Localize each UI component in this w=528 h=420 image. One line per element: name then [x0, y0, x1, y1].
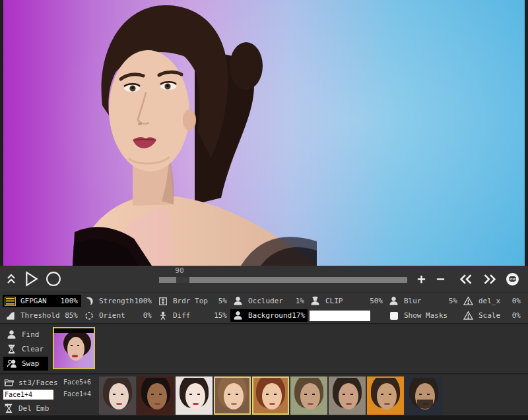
toolbar-item-value: 100% — [135, 297, 152, 305]
diff-figure-icon — [157, 311, 168, 320]
toolbar-item-del-x[interactable]: del_x 0% — [461, 295, 524, 307]
toolbar-item-label: GFPGAN — [20, 297, 61, 305]
swap-button[interactable]: Swap — [3, 357, 48, 371]
plus-icon[interactable] — [416, 274, 426, 284]
toolbar-item-show-masks[interactable]: Show Masks — [386, 309, 461, 322]
swap-button-label: Swap — [22, 359, 40, 368]
play-icon[interactable] — [24, 271, 39, 287]
toolbar-item-value: 5% — [449, 297, 457, 305]
warning-triangle-icon — [463, 311, 474, 320]
toolbar-item-label: Blur — [404, 297, 449, 305]
find-button-label: Find — [22, 330, 40, 339]
two-people-icon — [6, 359, 17, 369]
face-thumbnail[interactable] — [405, 376, 442, 415]
person-beret-icon — [310, 296, 321, 306]
toolbar-item-value: 1% — [296, 297, 304, 305]
delete-embedding-button[interactable]: Del Emb — [3, 402, 64, 414]
face-thumbnail[interactable] — [176, 376, 213, 415]
thumb-letterbox — [54, 328, 94, 333]
delete-embedding-label: Del Emb — [18, 404, 49, 413]
toolbar-item-label: Brdr Top — [173, 297, 218, 305]
face-group-labels: Face5+6 Face1+4 — [63, 378, 98, 402]
toolbar-item-label: Strength — [99, 297, 135, 305]
person-bust-icon — [232, 296, 244, 306]
faces-controls: st3/Faces Del Emb — [3, 376, 64, 414]
toolbar-item-value: 0% — [143, 311, 152, 320]
person-bust-icon — [388, 296, 399, 306]
toolbar-item-value: 0% — [512, 297, 521, 305]
toolbar-item-background[interactable]: Background 17% — [230, 309, 308, 322]
person-bust-icon — [232, 311, 244, 320]
face-thumbnail-strip — [99, 376, 442, 415]
faces-folder-label: st3/Faces — [18, 378, 58, 387]
face-thumbnail[interactable] — [367, 376, 404, 415]
face-name-input[interactable] — [3, 390, 53, 400]
toolbar-item-label: del_x — [478, 297, 512, 305]
threshold-curve-icon — [5, 311, 16, 320]
toolbar-item-value: 17% — [292, 311, 305, 320]
record-circle-icon[interactable] — [46, 271, 61, 287]
person-bust-icon — [6, 330, 17, 340]
face-thumbnail[interactable] — [329, 376, 366, 415]
find-button[interactable]: Find — [3, 328, 48, 342]
minus-icon[interactable] — [436, 274, 446, 284]
face-thumbnail[interactable] — [99, 376, 136, 415]
fast-forward-icon[interactable] — [482, 274, 497, 285]
toolbar-item-diff[interactable]: Diff 15% — [155, 309, 230, 322]
swap-panel: Find Clear Swap — [0, 323, 528, 373]
toolbar-item-value: 0% — [512, 311, 521, 320]
toolbar-item-value: 15% — [214, 311, 227, 320]
toolbar-item-label: Diff — [173, 311, 214, 320]
toolbar-item-threshold[interactable]: Threshold 85% — [3, 309, 81, 322]
thumb-lips — [72, 355, 78, 357]
faces-folder-button[interactable]: st3/Faces — [3, 376, 64, 388]
warning-triangle-icon — [463, 296, 474, 306]
playback-buttons: STOP — [416, 273, 519, 285]
toolbar-item-blur[interactable]: Blur 5% — [386, 295, 461, 307]
clear-button[interactable]: Clear — [3, 342, 48, 356]
face-thumbnail[interactable] — [214, 376, 251, 415]
portrait-image — [3, 0, 525, 266]
clip-text-input[interactable] — [310, 311, 370, 321]
swap-buttons: Find Clear Swap — [3, 328, 48, 371]
settings-toolbar: GFPGAN 100% Threshold 85% Strength 100% … — [0, 292, 528, 323]
toolbar-item-strength[interactable]: Strength 100% — [81, 295, 155, 307]
toolbar-item-clip[interactable]: CLIP 50% — [308, 295, 386, 307]
checkbox-icon[interactable] — [388, 312, 399, 320]
target-face-thumbnail[interactable] — [53, 327, 95, 369]
stop-sign-label: STOP — [509, 276, 517, 282]
frame-slider-handle[interactable] — [176, 277, 189, 283]
toolbar-item-brdr-top[interactable]: Brdr Top 5% — [155, 295, 230, 307]
frame-slider-value: 90 — [175, 266, 183, 275]
toolbar-item-label: Threshold — [20, 311, 65, 320]
face-thumbnail[interactable] — [137, 376, 174, 415]
orient-rotate-icon — [83, 311, 94, 320]
toolbar-item-value: 5% — [218, 297, 227, 305]
stop-sign-icon[interactable]: STOP — [506, 273, 519, 285]
playback-bar: 90 STOP — [0, 266, 528, 292]
face-thumbnail[interactable] — [290, 376, 327, 415]
toolbar-item-clip-input-row — [308, 309, 386, 322]
toolbar-item-label: Scale — [478, 311, 512, 320]
toolbar-item-label: Background — [248, 311, 292, 320]
frame-slider[interactable]: 90 — [159, 266, 407, 292]
thumb-eyes — [71, 345, 73, 346]
hourglass-x-icon — [3, 403, 15, 413]
toolbar-item-value: 100% — [61, 297, 79, 305]
toolbar-item-gfpgan[interactable]: GFPGAN 100% — [3, 295, 81, 307]
rewind-icon[interactable] — [459, 274, 473, 285]
toolbar-item-occluder[interactable]: Occluder 1% — [230, 295, 308, 307]
face-group-label: Face1+4 — [63, 390, 98, 398]
strength-crescent-icon — [83, 297, 94, 306]
toolbar-item-label: Occluder — [248, 297, 296, 305]
face-group-label: Face5+6 — [63, 378, 98, 386]
toolbar-item-label: CLIP — [325, 297, 370, 305]
bottom-edge — [0, 415, 528, 420]
face-thumbnail[interactable] — [252, 376, 289, 415]
toolbar-item-scale[interactable]: Scale 0% — [461, 309, 524, 322]
toolbar-item-label: Show Masks — [404, 311, 457, 320]
toolbar-item-orient[interactable]: Orient 0% — [81, 309, 155, 322]
folder-icon — [3, 378, 15, 388]
frame-slider-track[interactable] — [159, 277, 407, 283]
seek-begin-icon[interactable] — [6, 273, 16, 285]
